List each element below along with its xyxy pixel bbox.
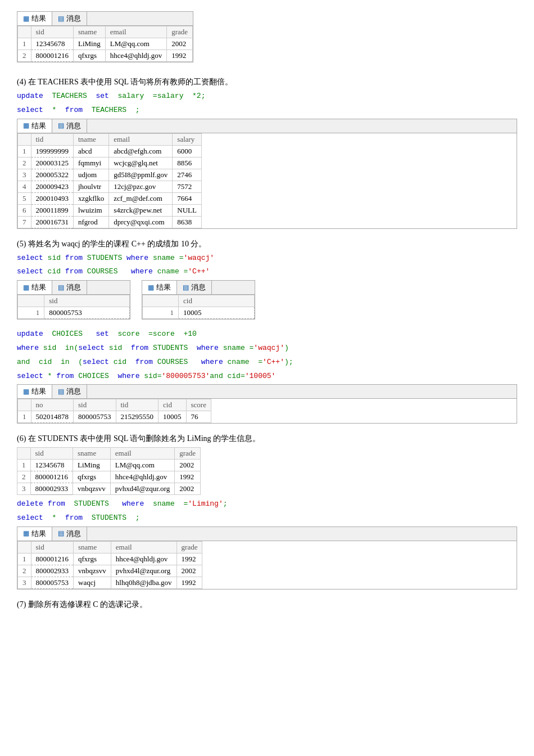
code: ) bbox=[284, 344, 289, 352]
kw-from: from bbox=[65, 106, 83, 114]
cell-tid: 200011899 bbox=[31, 204, 74, 216]
col-grade: grade bbox=[177, 541, 202, 553]
result-tabs-5c: ▦ 结果 ▤ 消息 bbox=[17, 385, 517, 399]
cell-email: LM@qq.com bbox=[110, 460, 174, 471]
table-row: 1 800001216 qfxrgs hhce4@qhldj.gov 1992 bbox=[18, 553, 202, 565]
cell-sname: waqcj bbox=[74, 577, 111, 588]
tab-label: 消息 bbox=[66, 529, 81, 539]
msg-icon: ▤ bbox=[183, 284, 189, 292]
msg-icon: ▤ bbox=[58, 529, 64, 538]
code: * bbox=[43, 514, 65, 522]
result-panel-5b: ▦ 结果 ▤ 消息 cid 1 1000 bbox=[142, 280, 255, 320]
col-score: score bbox=[186, 399, 211, 411]
cell-salary: NULL bbox=[173, 204, 202, 216]
cell-sname: LiMing bbox=[73, 460, 111, 471]
tab-result-5b[interactable]: ▦ 结果 bbox=[142, 281, 177, 294]
code-5-1: select sid from STUDENTS where sname ='w… bbox=[17, 253, 517, 264]
cell-email: abcd@efgh.com bbox=[109, 145, 173, 157]
kw: select bbox=[83, 358, 109, 366]
kw-where-2: where bbox=[131, 267, 153, 276]
kw: from bbox=[56, 372, 74, 380]
kw: select bbox=[17, 254, 43, 262]
section-6: (6) 在 STUDENTS 表中使用 SQL 语句删除姓名为 LiMing 的… bbox=[17, 434, 517, 590]
cell-salary: 8856 bbox=[173, 157, 202, 169]
cell-email: s4zrck@pew.net bbox=[109, 204, 173, 216]
tab-result-5a[interactable]: ▦ 结果 bbox=[17, 281, 52, 294]
table-icon: ▦ bbox=[23, 284, 29, 292]
kw: select bbox=[17, 372, 43, 380]
str: '10005' bbox=[245, 372, 276, 380]
cell-sid: 800005753 bbox=[74, 411, 116, 423]
tab-message-5c[interactable]: ▤ 消息 bbox=[52, 385, 87, 398]
msg-icon: ▤ bbox=[58, 122, 64, 130]
row-num: 2 bbox=[17, 471, 31, 483]
code-5-4: where sid in(select sid from STUDENTS wh… bbox=[17, 343, 517, 354]
cell-cid: 10005 bbox=[179, 307, 255, 319]
code: CHOICES bbox=[43, 330, 96, 338]
row-num: 2 bbox=[18, 50, 31, 62]
code: sid= bbox=[139, 372, 161, 380]
row-num: 1 bbox=[18, 553, 31, 565]
kw: set bbox=[96, 330, 108, 338]
section-4: (4) 在 TEACHERS 表中使用 SQL 语句将所有教师的工资翻倍。 up… bbox=[17, 77, 517, 229]
table-6-after: sid sname email grade 1 800001216 qfxrgs… bbox=[17, 541, 202, 589]
tab-message-5a[interactable]: ▤ 消息 bbox=[52, 281, 87, 294]
result-tabs-4: ▦ 结果 ▤ 消息 bbox=[17, 119, 517, 133]
tab-label: 消息 bbox=[66, 386, 81, 397]
code: cname = bbox=[153, 267, 188, 276]
row-num: 4 bbox=[18, 181, 31, 192]
code: STUDENTS bbox=[148, 344, 197, 352]
cell-tname: abcd bbox=[74, 145, 109, 157]
cell-sid: 800001216 bbox=[31, 553, 74, 565]
table-5b: cid 1 10005 bbox=[142, 295, 255, 319]
col-cid: cid bbox=[179, 295, 255, 307]
tab-message-1[interactable]: ▤ 消息 bbox=[52, 12, 87, 25]
kw: select bbox=[17, 514, 43, 522]
tab-message-4[interactable]: ▤ 消息 bbox=[52, 119, 87, 133]
col-sname: sname bbox=[74, 541, 111, 553]
cell-grade: 1992 bbox=[167, 50, 193, 62]
tab-result-6[interactable]: ▦ 结果 bbox=[17, 527, 52, 541]
col-sid: sid bbox=[31, 541, 74, 553]
tab-result-label: 结果 bbox=[31, 121, 46, 131]
tab-result-5c[interactable]: ▦ 结果 bbox=[17, 385, 52, 398]
tab-result-1[interactable]: ▦ 结果 bbox=[17, 12, 52, 25]
tab-result-4[interactable]: ▦ 结果 bbox=[17, 119, 52, 133]
col-sname: sname bbox=[74, 26, 106, 38]
cell-salary: 7664 bbox=[173, 192, 202, 204]
cell-email: hhce4@qhldj.gov bbox=[105, 50, 167, 62]
kw: select bbox=[78, 344, 105, 352]
section-5: (5) 将姓名为 waqcj 的学生的课程 C++ 的成绩加 10 分。 sel… bbox=[17, 239, 517, 424]
cell-sid: 800001216 bbox=[31, 50, 74, 62]
col-grade: grade bbox=[175, 448, 201, 460]
cell-email: hlhq0h8@jdba.gov bbox=[111, 577, 177, 588]
table-icon: ▦ bbox=[23, 15, 29, 23]
tab-message-5b[interactable]: ▤ 消息 bbox=[177, 281, 212, 294]
row-num: 1 bbox=[18, 38, 31, 50]
row-num: 1 bbox=[18, 145, 31, 157]
cell-tid: 200016731 bbox=[31, 216, 74, 228]
cell-salary: 7572 bbox=[173, 181, 202, 192]
cell-tname: jhoulvtr bbox=[74, 181, 109, 192]
col-salary: salary bbox=[173, 133, 202, 145]
row-num: 3 bbox=[17, 483, 31, 495]
code-6-2: select * from STUDENTS ; bbox=[17, 512, 517, 524]
tab-message-6[interactable]: ▤ 消息 bbox=[52, 527, 87, 541]
table-row: 1 800005753 bbox=[18, 307, 130, 319]
table-row: 1 199999999 abcd abcd@efgh.com 6000 bbox=[18, 145, 202, 157]
col-tname: tname bbox=[74, 133, 109, 145]
result-panel-1: ▦ 结果 ▤ 消息 sid sname email grade 1 bbox=[17, 11, 193, 62]
col-tid: tid bbox=[31, 133, 74, 145]
code: cid bbox=[43, 267, 65, 276]
cell-tname: nfgrod bbox=[74, 216, 109, 228]
cell-email: pvhxd4l@zqur.org bbox=[111, 565, 177, 577]
code-plain: * bbox=[43, 106, 65, 114]
row-num: 1 bbox=[18, 411, 31, 423]
cell-sid: 12345678 bbox=[30, 460, 73, 471]
code-plain: TEACHERS bbox=[43, 92, 96, 100]
cell-sid: 800001216 bbox=[30, 471, 73, 483]
cell-sid: 800005753 bbox=[31, 577, 74, 588]
kw: from bbox=[65, 254, 83, 262]
cell-tname: xzgkflko bbox=[74, 192, 109, 204]
col-rownum bbox=[18, 26, 31, 38]
